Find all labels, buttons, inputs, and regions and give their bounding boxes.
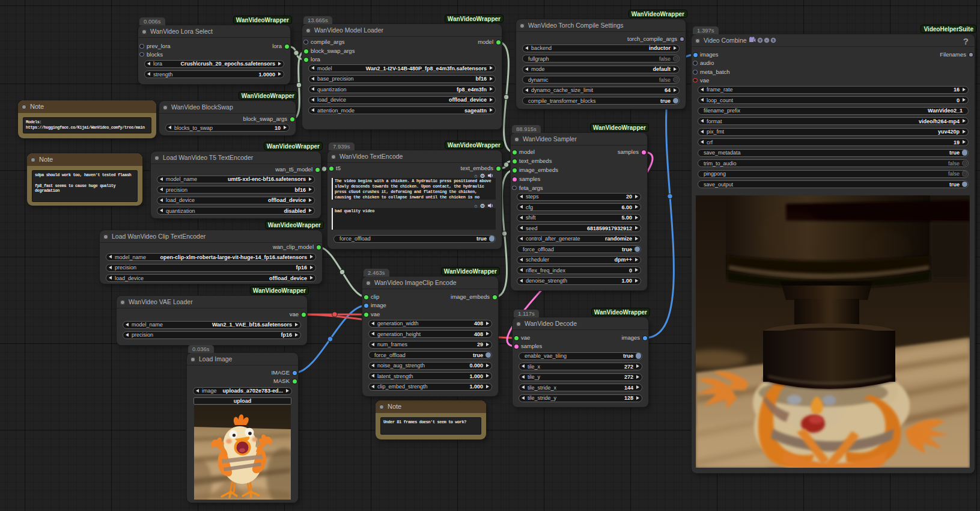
svg-text:-: - [765,38,767,42]
svg-text:v: v [759,38,761,42]
svg-text:s: s [772,38,775,42]
